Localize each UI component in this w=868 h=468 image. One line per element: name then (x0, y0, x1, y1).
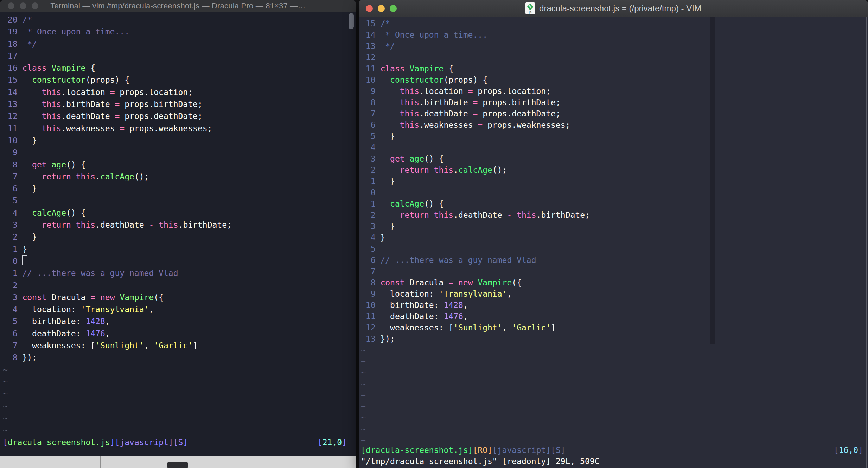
line-number: 6 (361, 254, 376, 266)
code-line: 9 location: 'Transylvania', (361, 288, 868, 299)
code-line: 1 calcAge() { (361, 198, 868, 209)
line-number: 15 (3, 74, 18, 86)
code-line: 1 } (361, 176, 868, 187)
code-line: 4 (361, 142, 868, 153)
empty-buffer-line: ~ (3, 412, 356, 424)
code-line: 20/* (3, 14, 356, 26)
empty-buffer-line: ~ (3, 400, 356, 412)
code-line: 8 get age() { (3, 159, 356, 171)
code-line: 7 (361, 266, 868, 277)
line-number: 11 (3, 122, 18, 134)
code-line: 0 (3, 255, 356, 267)
line-number: 7 (3, 171, 18, 183)
code-line: 13}); (361, 333, 868, 344)
code-area-right[interactable]: 15/*14 * Once upon a time...13 */1211cla… (359, 17, 868, 446)
empty-buffer-line: ~ (361, 356, 868, 367)
code-line: 2 (3, 279, 356, 291)
line-number: 16 (3, 62, 18, 74)
code-line: 1// ...there was a guy named Vlad (3, 267, 356, 279)
line-number: 1 (3, 267, 18, 279)
line-number: 14 (3, 86, 18, 98)
line-number: 5 (3, 315, 18, 327)
empty-buffer-line: ~ (361, 344, 868, 356)
empty-buffer-line: ~ (3, 364, 356, 376)
code-line: 2 } (3, 231, 356, 243)
line-number: 13 (3, 98, 18, 110)
traffic-lights (359, 0, 397, 17)
code-line: 14 * Once upon a time... (361, 29, 868, 40)
code-line: 8 this.birthDate = props.birthDate; (361, 97, 868, 108)
line-number: 4 (3, 207, 18, 219)
line-number: 8 (3, 352, 18, 363)
close-button-icon[interactable] (366, 5, 373, 12)
code-line: 5 } (361, 131, 868, 142)
code-line: 9 (3, 146, 356, 158)
empty-buffer-line: ~ (3, 388, 356, 400)
line-number: 19 (3, 26, 18, 38)
line-number: 3 (3, 219, 18, 231)
code-line: 17 (3, 50, 356, 62)
zoom-button-icon[interactable] (390, 5, 397, 12)
line-number: 5 (3, 195, 18, 207)
minimize-button-icon[interactable] (378, 5, 385, 12)
scrollbar-thumb[interactable] (349, 13, 354, 29)
terminal-window: Terminal — vim /tmp/dracula-screenshot.j… (0, 0, 356, 456)
code-area-left[interactable]: 20/*19 * Once upon a time...18 */1716cla… (0, 12, 356, 436)
line-number: 0 (361, 187, 376, 198)
line-number: 6 (361, 119, 376, 131)
line-number: 20 (3, 14, 18, 26)
line-number: 5 (361, 243, 376, 254)
code-line: 3 } (361, 221, 868, 232)
empty-buffer-line: ~ (361, 423, 868, 435)
line-number: 7 (361, 108, 376, 119)
line-number: 10 (361, 74, 376, 86)
code-line: 13 */ (361, 40, 868, 52)
minimize-button-icon[interactable] (20, 2, 26, 9)
code-line: 7 weaknesses: ['Sunlight', 'Garlic'] (3, 340, 356, 352)
code-line: 12 weaknesses: ['Sunlight', 'Garlic'] (361, 322, 868, 333)
line-number: 9 (361, 288, 376, 299)
code-line: 15 constructor(props) { (3, 74, 356, 86)
line-number: 2 (3, 231, 18, 243)
code-line: 15/* (361, 18, 868, 29)
line-number: 12 (361, 322, 376, 333)
empty-buffer-line: ~ (361, 412, 868, 423)
line-number: 9 (3, 146, 18, 158)
code-line: 10 constructor(props) { (361, 74, 868, 86)
line-number: 7 (3, 340, 18, 352)
code-line: 12 this.deathDate = props.deathDate; (3, 110, 356, 122)
code-line: 3const Dracula = new Vampire({ (3, 291, 356, 303)
line-number: 13 (361, 40, 376, 52)
code-line: 4 calcAge() { (3, 207, 356, 219)
macvim-titlebar[interactable]: V js dracula-screenshot.js = (/private/t… (359, 0, 868, 17)
terminal-titlebar[interactable]: Terminal — vim /tmp/dracula-screenshot.j… (0, 0, 356, 12)
line-number: 18 (3, 38, 18, 50)
line-number: 4 (361, 142, 376, 153)
line-number: 6 (3, 183, 18, 195)
line-number: 9 (361, 86, 376, 97)
line-number: 11 (361, 63, 376, 74)
line-number: 8 (361, 97, 376, 108)
line-number: 12 (361, 52, 376, 63)
vim-cursor (22, 255, 27, 265)
line-number: 12 (3, 110, 18, 122)
cursor-position-right: [16,0] (834, 445, 863, 455)
code-line: 7 return this.calcAge(); (3, 171, 356, 183)
macvim-window-title: dracula-screenshot.js = (/private/tmp) -… (539, 4, 701, 13)
empty-buffer-line: ~ (361, 367, 868, 378)
background-text-fragment (167, 462, 188, 468)
terminal-window-title: Terminal — vim /tmp/dracula-screenshot.j… (50, 1, 305, 11)
code-line: 8const Dracula = new Vampire({ (361, 277, 868, 288)
document-icon: V js (525, 2, 535, 14)
zoom-button-icon[interactable] (32, 2, 38, 9)
close-button-icon[interactable] (8, 2, 14, 9)
code-line: 6 } (3, 183, 356, 195)
cursor-position-left: [21,0] (318, 438, 347, 447)
line-number: 14 (361, 29, 376, 40)
line-number: 1 (3, 243, 18, 255)
code-line: 6 this.weaknesses = props.weaknesses; (361, 119, 868, 131)
code-line: 3 get age() { (361, 153, 868, 164)
code-line: 9 this.location = props.location; (361, 86, 868, 97)
code-line: 16class Vampire { (3, 62, 356, 74)
line-number: 4 (361, 232, 376, 243)
